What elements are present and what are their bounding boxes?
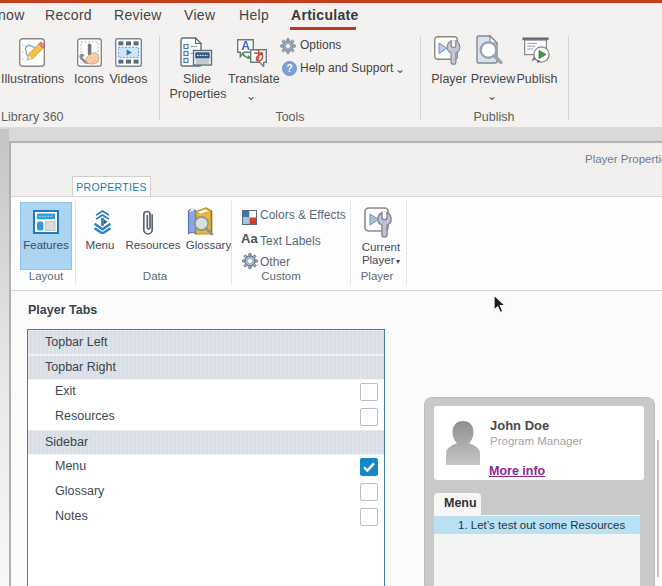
svg-text:A: A: [241, 39, 250, 53]
svg-text:?: ?: [286, 63, 292, 74]
